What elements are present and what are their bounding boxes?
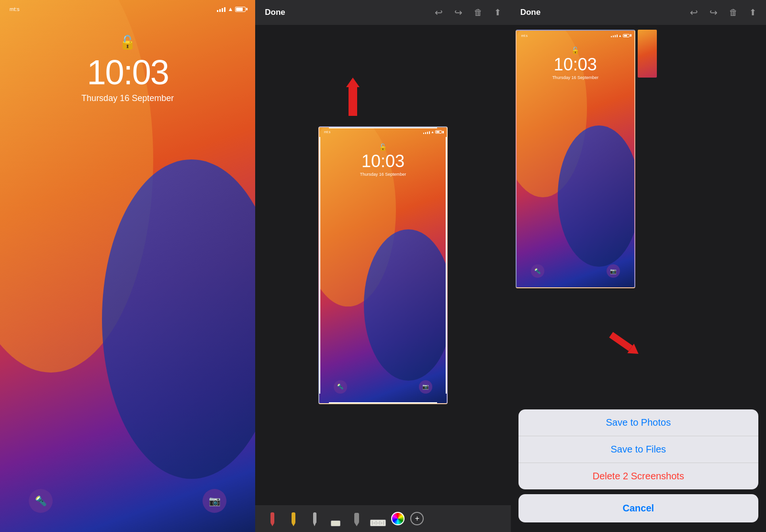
redo-icon[interactable]: ↪ xyxy=(454,7,462,18)
lock-icon: 🔓 xyxy=(119,34,136,50)
preview-lock-icon: 🔓 xyxy=(379,143,387,151)
markup-tool-pen-red[interactable] xyxy=(265,511,280,526)
pen-yellow-icon xyxy=(286,511,301,526)
pen-red-icon xyxy=(265,511,280,526)
action-sheet-main-group: Save to Photos Save to Files Delete 2 Sc… xyxy=(518,409,758,489)
marker-icon xyxy=(349,511,364,526)
markup-tool-marker[interactable] xyxy=(349,511,364,526)
red-arrow-annotation xyxy=(608,330,642,359)
share-signal-icon xyxy=(611,34,618,37)
editor-toolbar: Done ↩ ↪ 🗑 ⬆ xyxy=(255,0,510,25)
share-wifi-icon: ▲ xyxy=(619,34,622,37)
undo-icon[interactable]: ↩ xyxy=(435,7,443,18)
status-indicators: ▲ xyxy=(217,6,246,12)
cancel-label: Cancel xyxy=(623,503,654,514)
share-preview-status: mt:s ▲ xyxy=(517,31,634,39)
status-bar-panel1: mt:s ▲ xyxy=(0,0,255,15)
share-screenshot-preview: mt:s ▲ 🔓 10:0 xyxy=(516,30,635,288)
share-lock-icon: 🔓 xyxy=(571,46,579,54)
arrow-body xyxy=(349,87,357,116)
done-button[interactable]: Done xyxy=(265,8,285,17)
toolbar-action-icons: ↩ ↪ 🗑 ⬆ xyxy=(435,7,501,18)
screenshot-preview[interactable]: mt:s ▲ 🔓 10: xyxy=(318,126,448,404)
pen-gray-icon xyxy=(307,511,322,526)
markup-tool-ruler[interactable] xyxy=(370,511,385,526)
lockscreen-date: Thursday 16 September xyxy=(81,93,174,103)
partial-screenshot-preview xyxy=(638,30,657,78)
red-arrow-annotation xyxy=(346,78,360,116)
share-preview-status-right: ▲ xyxy=(611,34,630,37)
preview-signal-icon xyxy=(423,130,430,134)
preview-camera-btn: 📷 xyxy=(419,380,432,394)
camera-button[interactable]: 📷 xyxy=(203,489,226,513)
share-delete-icon[interactable]: 🗑 xyxy=(729,8,738,18)
share-preview-bottom: 🔦 📷 xyxy=(517,264,634,278)
eraser-icon xyxy=(328,511,343,526)
share-icon[interactable]: ⬆ xyxy=(494,7,501,18)
preview-bottom-bar: 🔦 📷 xyxy=(319,380,447,394)
markup-tool-color[interactable] xyxy=(391,512,405,525)
share-share-icon[interactable]: ⬆ xyxy=(749,7,756,18)
share-preview-carrier: mt:s xyxy=(521,34,528,37)
markup-tool-eraser[interactable] xyxy=(328,511,343,526)
share-camera-btn: 📷 xyxy=(607,264,620,278)
preview-status-right: ▲ xyxy=(423,130,442,134)
lockscreen-bottom-bar: 🔦 📷 xyxy=(0,489,255,513)
share-toolbar: Done ↩ ↪ 🗑 ⬆ xyxy=(511,0,766,25)
share-preview-content: mt:s ▲ 🔓 10:0 xyxy=(517,31,634,287)
preview-wifi-icon: ▲ xyxy=(431,130,434,134)
ruler-icon xyxy=(370,511,385,526)
preview-battery-icon xyxy=(435,130,442,134)
lockscreen-time: 10:03 xyxy=(87,55,169,90)
share-done-button[interactable]: Done xyxy=(520,8,541,17)
cancel-button[interactable]: Cancel xyxy=(518,494,758,522)
preview-carrier: mt:s xyxy=(324,130,330,134)
panel-share: Done ↩ ↪ 🗑 ⬆ mt:s xyxy=(511,0,766,532)
add-tool-button[interactable]: + xyxy=(410,512,424,525)
share-battery-icon xyxy=(623,34,630,37)
arrow-body xyxy=(609,332,632,351)
preview-date: Thursday 16 September xyxy=(360,172,406,177)
editor-canvas: mt:s ▲ 🔓 10: xyxy=(255,25,510,505)
flashlight-button[interactable]: 🔦 xyxy=(29,489,53,513)
delete-icon[interactable]: 🗑 xyxy=(474,8,483,18)
share-redo-icon[interactable]: ↪ xyxy=(710,7,718,18)
action-sheet: Save to Photos Save to Files Delete 2 Sc… xyxy=(511,409,766,532)
delete-screenshots-label: Delete 2 Screenshots xyxy=(593,471,684,482)
battery-icon xyxy=(235,7,246,12)
signal-icon xyxy=(217,6,225,12)
markup-tool-pen-yellow[interactable] xyxy=(286,511,301,526)
share-preview-time: 10:03 xyxy=(554,56,597,73)
preview-status-bar: mt:s ▲ xyxy=(319,127,447,136)
preview-flashlight-btn: 🔦 xyxy=(334,380,347,394)
save-to-photos-button[interactable]: Save to Photos xyxy=(518,409,758,436)
cancel-group: Cancel xyxy=(518,494,758,522)
save-to-photos-label: Save to Photos xyxy=(606,417,671,428)
save-to-files-button[interactable]: Save to Files xyxy=(518,436,758,463)
color-picker-icon[interactable] xyxy=(391,512,405,525)
markup-toolbar: + xyxy=(255,505,510,532)
panel-lockscreen: mt:s ▲ 🔓 10:03 Thursday 16 September xyxy=(0,0,255,532)
share-preview-date: Thursday 16 September xyxy=(552,75,598,80)
panel-editor: Done ↩ ↪ 🗑 ⬆ mt:s xyxy=(255,0,510,532)
wifi-icon: ▲ xyxy=(227,6,233,12)
preview-content: mt:s ▲ 🔓 10: xyxy=(319,127,447,403)
share-canvas: mt:s ▲ 🔓 10:0 xyxy=(511,25,766,532)
preview-time: 10:03 xyxy=(361,153,405,170)
delete-screenshots-button[interactable]: Delete 2 Screenshots xyxy=(518,463,758,489)
save-to-files-label: Save to Files xyxy=(611,444,666,455)
share-undo-icon[interactable]: ↩ xyxy=(690,7,698,18)
arrow-head xyxy=(346,78,360,87)
share-flashlight-btn: 🔦 xyxy=(531,264,544,278)
carrier-label: mt:s xyxy=(10,6,20,12)
markup-tool-pen-gray[interactable] xyxy=(307,511,322,526)
share-toolbar-icons: ↩ ↪ 🗑 ⬆ xyxy=(690,7,756,18)
